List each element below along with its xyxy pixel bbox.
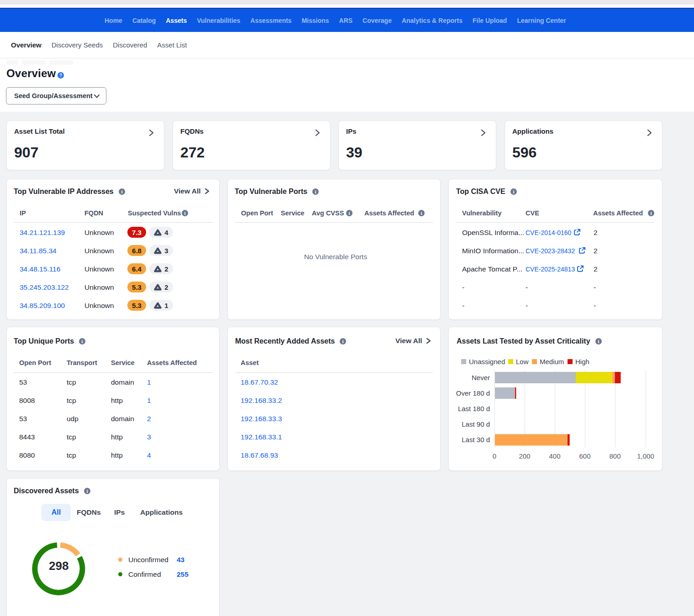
svg-text:i: i (650, 210, 652, 216)
svg-text:Last 90 d: Last 90 d (462, 420, 490, 428)
svg-text:1,000: 1,000 (637, 452, 654, 460)
svg-text:Never: Never (472, 374, 490, 381)
svg-text:i: i (348, 210, 350, 216)
svg-text:i: i (121, 189, 122, 194)
svg-text:High: High (575, 358, 589, 365)
svg-text:600: 600 (579, 452, 590, 460)
svg-text:Last 30 d: Last 30 d (462, 436, 490, 444)
svg-text:i: i (82, 339, 83, 344)
svg-text:800: 800 (609, 452, 620, 460)
svg-text:i: i (315, 189, 316, 194)
svg-text:i: i (86, 488, 88, 494)
svg-text:i: i (184, 210, 185, 216)
svg-text:400: 400 (549, 452, 560, 460)
svg-text:Unassigned: Unassigned (469, 358, 505, 365)
svg-text:200: 200 (519, 452, 530, 460)
svg-text:?: ? (59, 73, 62, 78)
svg-text:i: i (513, 189, 514, 194)
svg-text:i: i (342, 339, 344, 344)
svg-text:Last 180 d: Last 180 d (458, 405, 490, 412)
svg-text:0: 0 (493, 452, 496, 460)
svg-text:Medium: Medium (540, 358, 564, 365)
svg-text:i: i (421, 210, 422, 216)
svg-text:Low: Low (516, 358, 529, 365)
svg-text:Over 180 d: Over 180 d (456, 389, 490, 397)
